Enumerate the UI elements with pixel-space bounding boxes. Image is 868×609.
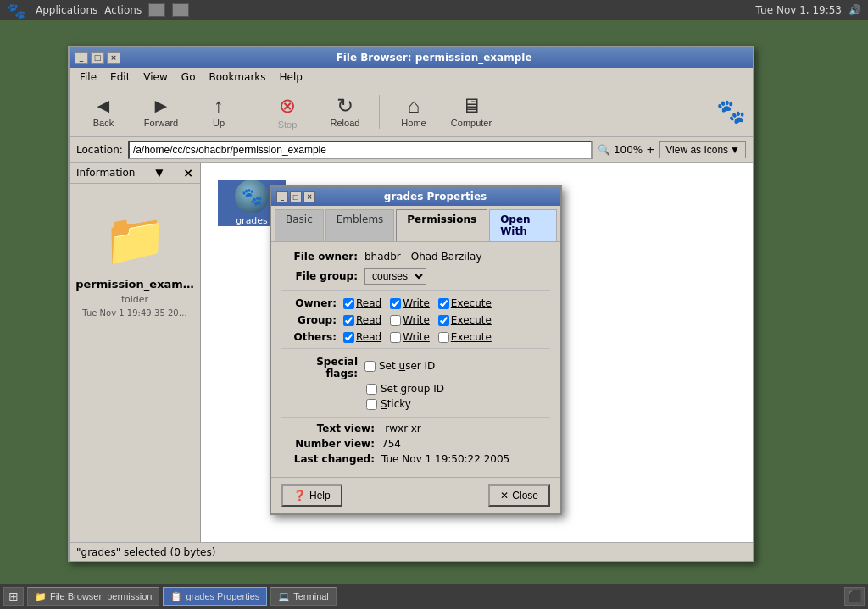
tab-open-with[interactable]: Open With <box>489 209 557 241</box>
taskbar-file-browser-icon: 📁 <box>35 591 47 602</box>
grades-properties-dialog: _ □ × grades Properties Basic Emblems Pe… <box>270 185 562 515</box>
actions-menu[interactable]: Actions <box>104 4 142 16</box>
taskbar-icon-2[interactable] <box>172 3 189 17</box>
forward-icon: ► <box>151 96 171 116</box>
info-panel: Information ▼ × 📁 permission_exam… folde… <box>70 163 201 556</box>
close-dialog-button[interactable]: ✕ Close <box>488 484 550 507</box>
taskbar-sound-icon[interactable]: 🔊 <box>849 4 861 16</box>
file-group-select[interactable]: courses <box>364 268 426 285</box>
special-flags-label: Special flags: <box>281 356 358 379</box>
grades-file-icon: 🐾 <box>235 180 269 213</box>
taskbar-right-corner[interactable]: ⬛ <box>844 587 865 606</box>
dialog-titlebar: _ □ × grades Properties <box>271 187 560 206</box>
up-button[interactable]: ↑ Up <box>192 90 246 134</box>
taskbar-file-browser-button[interactable]: 📁 File Browser: permission <box>27 587 159 606</box>
others-execute-label[interactable]: Execute <box>451 331 492 343</box>
taskbar-grades-properties-button[interactable]: 📋 grades Properties <box>163 587 267 606</box>
group-write-checkbox[interactable] <box>390 315 401 326</box>
owner-read-checkbox[interactable] <box>343 298 354 309</box>
dialog-controls: _ □ × <box>276 191 315 202</box>
owner-write-label[interactable]: Write <box>403 297 430 309</box>
zoom-area: 🔍 100% + <box>598 144 654 156</box>
maximize-button[interactable]: □ <box>91 52 104 64</box>
set-group-id-label[interactable]: Set group ID <box>381 383 444 395</box>
menu-bookmarks[interactable]: Bookmarks <box>202 69 272 85</box>
owner-execute-checkbox[interactable] <box>438 298 449 309</box>
group-read-label[interactable]: Read <box>356 314 381 326</box>
taskbar-show-desktop-button[interactable]: ⊞ <box>3 587 24 606</box>
group-write-label[interactable]: Write <box>403 314 430 326</box>
owner-read-item: Read <box>343 297 381 309</box>
location-input[interactable] <box>128 141 593 159</box>
view-dropdown-icon: ▼ <box>730 144 740 156</box>
set-user-id-checkbox[interactable] <box>364 361 376 372</box>
group-execute-label[interactable]: Execute <box>451 314 492 326</box>
others-read-label[interactable]: Read <box>356 331 381 343</box>
taskbar-icon-1[interactable] <box>148 3 165 17</box>
close-icon: ✕ <box>500 490 509 501</box>
group-perm-checks: Read Write Execute <box>343 314 497 326</box>
owner-execute-label[interactable]: Execute <box>451 297 492 309</box>
owner-read-label[interactable]: Read <box>356 297 381 309</box>
menu-file[interactable]: File <box>73 69 103 85</box>
folder-icon-large: 📁 <box>70 209 200 269</box>
stop-button[interactable]: ⊗ Stop <box>260 90 314 134</box>
menu-view[interactable]: View <box>136 69 174 85</box>
owner-permissions-row: Owner: Read Write Execute <box>281 297 550 309</box>
folder-type-label: folder <box>70 294 200 305</box>
tab-emblems[interactable]: Emblems <box>326 209 395 241</box>
taskbar-terminal-icon: 💻 <box>278 591 290 602</box>
applications-menu[interactable]: Applications <box>36 4 97 16</box>
back-button[interactable]: ◄ Back <box>76 90 131 134</box>
others-write-checkbox[interactable] <box>390 332 401 343</box>
group-read-checkbox[interactable] <box>343 315 354 326</box>
zoom-level: 100% <box>614 144 643 156</box>
perm-separator-mid <box>281 348 550 349</box>
gnome-foot-icon: 🐾 <box>716 97 746 125</box>
menu-edit[interactable]: Edit <box>103 69 136 85</box>
up-icon: ↑ <box>214 96 224 116</box>
home-icon: ⌂ <box>408 96 420 116</box>
owner-write-checkbox[interactable] <box>390 298 401 309</box>
dialog-tab-content: File owner: bhadbr - Ohad Barzilay File … <box>271 241 560 477</box>
tab-permissions[interactable]: Permissions <box>396 209 487 241</box>
computer-button[interactable]: 🖥 Computer <box>444 90 498 134</box>
folder-date-label: Tue Nov 1 19:49:35 20… <box>70 308 200 318</box>
taskbar-grades-icon: 📋 <box>170 591 182 602</box>
file-owner-label: File owner: <box>281 251 358 263</box>
info-panel-header: Information ▼ × <box>70 163 200 184</box>
minimize-button[interactable]: _ <box>75 52 88 64</box>
perm-separator-bottom <box>281 417 550 418</box>
view-as-icons-button[interactable]: View as Icons ▼ <box>659 141 746 158</box>
dialog-close-button[interactable]: × <box>303 191 315 202</box>
reload-button[interactable]: ↻ Reload <box>318 90 372 134</box>
set-group-id-checkbox[interactable] <box>366 384 377 395</box>
dialog-minimize-button[interactable]: _ <box>276 191 288 202</box>
close-button[interactable]: × <box>107 52 120 64</box>
tab-basic[interactable]: Basic <box>275 209 324 241</box>
sticky-label[interactable]: Sticky <box>381 398 411 410</box>
info-panel-close-button[interactable]: × <box>183 166 193 180</box>
forward-button[interactable]: ► Forward <box>134 90 188 134</box>
reload-label: Reload <box>331 118 360 128</box>
set-user-id-label[interactable]: Set user ID <box>379 360 435 372</box>
dialog-maximize-button[interactable]: □ <box>290 191 302 202</box>
menu-help[interactable]: Help <box>273 69 309 85</box>
file-browser-titlebar: _ □ × File Browser: permission_example <box>70 47 753 68</box>
others-execute-checkbox[interactable] <box>438 332 449 343</box>
zoom-out-icon[interactable]: 🔍 <box>598 144 610 156</box>
others-read-checkbox[interactable] <box>343 332 354 343</box>
home-button[interactable]: ⌂ Home <box>387 90 441 134</box>
zoom-in-icon[interactable]: + <box>646 144 654 156</box>
menu-go[interactable]: Go <box>175 69 203 85</box>
taskbar-file-browser-label: File Browser: permission <box>50 591 152 601</box>
help-button[interactable]: ❓ Help <box>281 484 342 507</box>
others-execute-item: Execute <box>438 331 492 343</box>
home-label: Home <box>401 118 426 128</box>
perm-separator-top <box>281 290 550 291</box>
others-write-label[interactable]: Write <box>403 331 430 343</box>
taskbar-terminal-button[interactable]: 💻 Terminal <box>270 587 337 606</box>
group-execute-checkbox[interactable] <box>438 315 449 326</box>
sticky-checkbox[interactable] <box>366 399 377 410</box>
owner-perm-checks: Read Write Execute <box>343 297 497 309</box>
